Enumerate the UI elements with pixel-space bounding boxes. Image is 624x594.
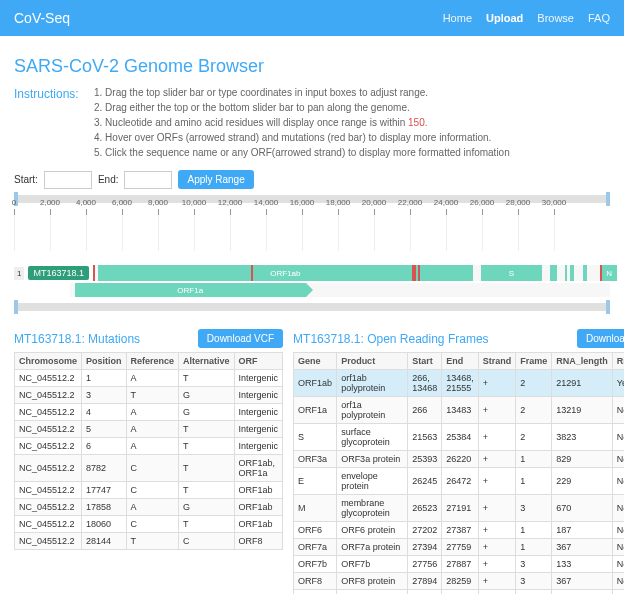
table-row[interactable]: ORF1aborf1ab polyprotein266, 1346813468,… xyxy=(294,370,624,397)
mutation-marker[interactable] xyxy=(251,265,253,281)
col-alternative: Alternative xyxy=(179,353,235,370)
table-row[interactable]: NC_045512.21ATIntergenic xyxy=(15,370,283,387)
table-row[interactable]: ORF8ORF8 protein2789428259+3367No xyxy=(294,573,624,590)
instructions-list: 1. Drag the top slider bar or type coord… xyxy=(94,85,510,160)
orf-small[interactable] xyxy=(583,265,587,281)
orfs-title: MT163718.1: Open Reading Frames xyxy=(293,332,488,346)
bottom-slider[interactable] xyxy=(14,303,610,311)
table-row[interactable]: NC_045512.24AGIntergenic xyxy=(15,404,283,421)
instructions: Instructions: 1. Drag the top slider bar… xyxy=(14,85,610,160)
col-reference: Reference xyxy=(126,353,179,370)
orf-N[interactable]: N xyxy=(602,265,617,281)
table-row[interactable]: Nnucleocapsid phosphoprotein2827429533+2… xyxy=(294,590,624,595)
instruction-2: 2. Drag either the top or the bottom sli… xyxy=(94,100,510,115)
orf-ORF1a[interactable]: ORF1a xyxy=(75,283,306,297)
sequence-index: 1 xyxy=(14,267,24,280)
col-end: End xyxy=(442,353,479,370)
instruction-3: 3. Nucleotide and amino acid residues wi… xyxy=(94,115,510,130)
col-start: Start xyxy=(408,353,442,370)
col-orf: ORF xyxy=(234,353,283,370)
table-row[interactable]: ORF1aorf1a polyprotein26613483+213219No xyxy=(294,397,624,424)
table-row[interactable]: ORF3aORF3a protein2539326220+1829No xyxy=(294,451,624,468)
table-row[interactable]: NC_045512.26ATIntergenic xyxy=(15,438,283,455)
table-row[interactable]: NC_045512.217747CTORF1ab xyxy=(15,482,283,499)
mutations-title: MT163718.1: Mutations xyxy=(14,332,140,346)
brand[interactable]: CoV-Seq xyxy=(14,10,70,26)
mutation-marker[interactable] xyxy=(93,265,95,281)
nav-link-home[interactable]: Home xyxy=(443,12,472,24)
end-label: End: xyxy=(98,174,119,185)
table-row[interactable]: Eenvelope protein2624526472+1229No xyxy=(294,468,624,495)
orf-small[interactable] xyxy=(565,265,567,281)
sequence-row: 1 MT163718.1 ORF1abSN xyxy=(14,265,610,281)
download-vcf-button[interactable]: Download VCF xyxy=(198,329,283,348)
navbar: CoV-Seq HomeUploadBrowseFAQ xyxy=(0,0,624,36)
orfs-panel: MT163718.1: Open Reading Frames Download… xyxy=(293,329,624,594)
col-chromosome: Chromosome xyxy=(15,353,82,370)
table-row[interactable]: NC_045512.28782CTORF1ab, ORF1a xyxy=(15,455,283,482)
page-title: SARS-CoV-2 Genome Browser xyxy=(14,56,610,77)
nav-link-upload[interactable]: Upload xyxy=(486,12,523,24)
table-row[interactable]: ORF6ORF6 protein2720227387+1187No xyxy=(294,522,624,539)
table-row[interactable]: NC_045512.23TGIntergenic xyxy=(15,387,283,404)
col-product: Product xyxy=(337,353,408,370)
orf-track[interactable]: ORF1abSN xyxy=(93,265,610,281)
mutation-marker[interactable] xyxy=(418,265,420,281)
orf-small[interactable] xyxy=(550,265,557,281)
mutation-marker[interactable] xyxy=(414,265,416,281)
genome-axis: 02,0004,0006,0008,00010,00012,00014,0001… xyxy=(14,209,610,235)
table-row[interactable]: Mmembrane glycoprotein2652327191+3670No xyxy=(294,495,624,522)
table-row[interactable]: Ssurface glycoprotein2156325384+23823No xyxy=(294,424,624,451)
mutation-marker[interactable] xyxy=(600,265,602,281)
table-row[interactable]: NC_045512.217858AGORF1ab xyxy=(15,499,283,516)
download-orf-button[interactable]: Download ORF xyxy=(577,329,624,348)
table-row[interactable]: NC_045512.218060CTORF1ab xyxy=(15,516,283,533)
mutations-table: ChromosomePositionReferenceAlternativeOR… xyxy=(14,352,283,550)
table-row[interactable]: ORF7aORF7a protein2739427759+1367No xyxy=(294,539,624,556)
table-row[interactable]: NC_045512.228144TCORF8 xyxy=(15,533,283,550)
col-gene: Gene xyxy=(294,353,337,370)
col-frame: Frame xyxy=(516,353,552,370)
col-strand: Strand xyxy=(478,353,516,370)
mutations-panel: MT163718.1: Mutations Download VCF Chrom… xyxy=(14,329,283,594)
instruction-4: 4. Hover over ORFs (arrowed strand) and … xyxy=(94,130,510,145)
end-input[interactable] xyxy=(124,171,172,189)
instruction-5: 5. Click the sequence name or any ORF(ar… xyxy=(94,145,510,160)
apply-range-button[interactable]: Apply Range xyxy=(178,170,253,189)
col-position: Position xyxy=(82,353,127,370)
start-label: Start: xyxy=(14,174,38,185)
nav-link-browse[interactable]: Browse xyxy=(537,12,574,24)
col-ribo_slip: Ribo_Slip xyxy=(612,353,624,370)
instructions-label: Instructions: xyxy=(14,85,84,160)
instruction-1: 1. Drag the top slider bar or type coord… xyxy=(94,85,510,100)
col-rna_length: RNA_length xyxy=(552,353,613,370)
orf-S[interactable]: S xyxy=(481,265,542,281)
nav-link-faq[interactable]: FAQ xyxy=(588,12,610,24)
orfs-table: GeneProductStartEndStrandFrameRNA_length… xyxy=(293,352,624,594)
orf-ORF1ab[interactable]: ORF1ab xyxy=(98,265,473,281)
orf-small[interactable] xyxy=(570,265,574,281)
nav-links: HomeUploadBrowseFAQ xyxy=(443,12,610,24)
table-row[interactable]: NC_045512.25ATIntergenic xyxy=(15,421,283,438)
range-controls: Start: End: Apply Range xyxy=(14,170,610,189)
start-input[interactable] xyxy=(44,171,92,189)
orf-track-2[interactable]: ORF1a xyxy=(70,283,610,297)
sequence-name[interactable]: MT163718.1 xyxy=(28,266,89,280)
table-row[interactable]: ORF7bORF7b2775627887+3133No xyxy=(294,556,624,573)
